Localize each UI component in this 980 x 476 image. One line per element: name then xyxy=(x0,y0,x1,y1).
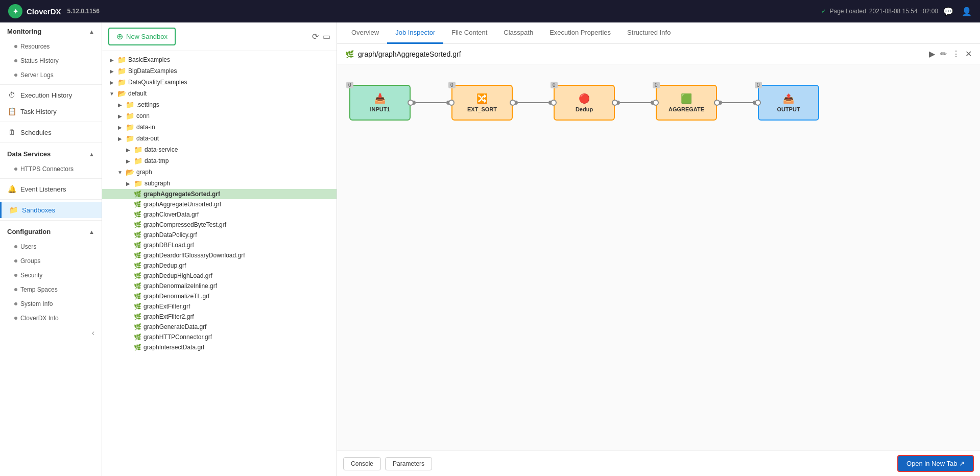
tree-item[interactable]: ▶📁DataQualityExamples xyxy=(102,77,337,88)
open-in-tab-label: Open in New Tab ↗ xyxy=(906,460,965,467)
file-panel: ⊕ New Sandbox ⟳ ▭ ▶📁BasicExamples▶📁BigDa… xyxy=(102,22,337,476)
node-type-icon: 🔴 xyxy=(579,93,590,104)
sidebar-item-task-history[interactable]: 📋 Task History xyxy=(0,103,102,120)
execution-history-label: Execution History xyxy=(20,91,72,99)
sidebar-item-sandboxes[interactable]: 📁 Sandboxes xyxy=(0,202,102,218)
tree-item[interactable]: ▶📁BigDataExamples xyxy=(102,65,337,77)
node-count: 0 xyxy=(448,82,456,88)
sidebar-item-https-connectors[interactable]: HTTPS Connectors xyxy=(0,162,102,176)
tree-item[interactable]: 🌿graphDenormalizeInline.grf xyxy=(102,281,337,291)
monitoring-header[interactable]: Monitoring ▲ xyxy=(0,22,102,39)
node-icon-row: 🔴 xyxy=(579,93,590,104)
tree-item[interactable]: 🌿graphDedupHighLoad.grf xyxy=(102,271,337,281)
graph-node[interactable]: 0🔴Dedup xyxy=(554,85,615,121)
groups-label: Groups xyxy=(20,257,40,265)
tree-item[interactable]: ▼📂graph xyxy=(102,166,337,178)
divider-3 xyxy=(0,142,102,143)
sandboxes-icon: 📁 xyxy=(9,206,18,214)
tree-item[interactable]: ▶📁data-in xyxy=(102,122,337,133)
tree-item[interactable]: 🌿graphAggregateSorted.grf xyxy=(102,189,337,199)
sidebar-item-server-logs[interactable]: Server Logs xyxy=(0,68,102,82)
sidebar-item-execution-history[interactable]: ⏱ Execution History xyxy=(0,87,102,103)
tree-arrow-icon: ▶ xyxy=(108,68,115,74)
tree-item[interactable]: 🌿graphDenormalizeTL.grf xyxy=(102,291,337,301)
topbar-icons: 💬 👤 xyxy=(943,7,972,16)
inspector-title-bar: 🌿 graph/graphAggregateSorted.grf ▶ ✏ ⋮ ✕ xyxy=(337,44,980,64)
inspector-tab[interactable]: Job Inspector xyxy=(387,22,443,44)
tree-file-icon: 🌿 xyxy=(134,231,141,239)
tree-item[interactable]: ▶📁subgraph xyxy=(102,178,337,189)
node-count: 0 xyxy=(755,82,762,88)
sidebar-item-temp-spaces[interactable]: Temp Spaces xyxy=(0,282,102,297)
sidebar-item-resources[interactable]: Resources xyxy=(0,39,102,54)
status-bar: ✓ Page Loaded 2021-08-08 15:54 +02:00 xyxy=(821,8,938,15)
tree-item[interactable]: 🌿graphExtFilter2.grf xyxy=(102,312,337,322)
tree-item[interactable]: 🌿graphExtFilter.grf xyxy=(102,301,337,312)
sidebar-item-security[interactable]: Security xyxy=(0,268,102,282)
node-port-right xyxy=(612,100,618,106)
sidebar-item-users[interactable]: Users xyxy=(0,240,102,254)
tree-item[interactable]: 🌿graphCloverData.grf xyxy=(102,209,337,220)
refresh-icon[interactable]: ⟳ xyxy=(312,32,319,41)
more-icon[interactable]: ⋮ xyxy=(952,49,960,59)
tree-item[interactable]: 🌿graphHTTPConnector.grf xyxy=(102,332,337,342)
sidebar-collapse-btn[interactable]: ‹ xyxy=(0,325,102,341)
tree-item-label: graphDataPolicy.grf xyxy=(144,231,332,239)
inspector-tab[interactable]: Classpath xyxy=(495,22,541,44)
tree-item[interactable]: ▶📁.settings xyxy=(102,99,337,110)
tree-item[interactable]: ▶📁conn xyxy=(102,110,337,122)
tree-item[interactable]: 🌿graphDeardorffGlossaryDownload.grf xyxy=(102,250,337,260)
open-in-tab-button[interactable]: Open in New Tab ↗ xyxy=(897,455,974,472)
graph-node[interactable]: 0🟩AGGREGATE xyxy=(656,85,717,121)
node-type-icon: 🟩 xyxy=(681,93,692,104)
graph-node[interactable]: 0🔀EXT_SORT xyxy=(451,85,513,121)
new-sandbox-button[interactable]: ⊕ New Sandbox xyxy=(108,28,176,45)
minimize-icon[interactable]: ▭ xyxy=(323,32,330,41)
tree-item[interactable]: ▶📁data-tmp xyxy=(102,155,337,166)
tree-file-icon: 🌿 xyxy=(134,323,141,330)
edit-icon[interactable]: ✏ xyxy=(940,49,947,59)
data-services-header[interactable]: Data Services ▲ xyxy=(0,145,102,162)
user-icon[interactable]: 👤 xyxy=(962,7,972,16)
chat-icon[interactable]: 💬 xyxy=(943,7,953,16)
inspector-tab[interactable]: Execution Properties xyxy=(541,22,619,44)
tree-file-icon: 🌿 xyxy=(134,262,141,269)
tree-item[interactable]: 🌿graphAggregateUnsorted.grf xyxy=(102,199,337,209)
new-sandbox-label: New Sandbox xyxy=(126,33,168,40)
sidebar-item-groups[interactable]: Groups xyxy=(0,254,102,268)
tree-item[interactable]: ▶📁data-service xyxy=(102,144,337,155)
tree-item[interactable]: 🌿graphDedup.grf xyxy=(102,260,337,271)
close-icon[interactable]: ✕ xyxy=(965,49,972,59)
tree-item[interactable]: ▼📂default xyxy=(102,88,337,99)
sidebar-item-schedules[interactable]: 🗓 Schedules xyxy=(0,124,102,140)
parameters-tab-button[interactable]: Parameters xyxy=(385,457,432,470)
inspector-tab[interactable]: Structured Info xyxy=(619,22,679,44)
tree-file-icon: 📁 xyxy=(117,67,126,75)
tree-item[interactable]: 🌿graphIntersectData.grf xyxy=(102,342,337,352)
tree-item-label: graph xyxy=(136,169,332,176)
sidebar-item-event-listeners[interactable]: 🔔 Event Listeners xyxy=(0,181,102,197)
tree-item[interactable]: 🌿graphDataPolicy.grf xyxy=(102,230,337,240)
event-listeners-icon: 🔔 xyxy=(7,185,16,193)
tree-item[interactable]: 🌿graphDBFLoad.grf xyxy=(102,240,337,250)
cloverdx-info-dot-icon xyxy=(14,317,17,320)
sidebar-item-status-history[interactable]: Status History xyxy=(0,54,102,68)
graph-node[interactable]: 0📥INPUT1 xyxy=(349,85,411,121)
graph-node[interactable]: 0📤OUTPUT xyxy=(758,85,819,121)
file-panel-header: ⊕ New Sandbox ⟳ ▭ xyxy=(102,22,337,51)
inspector-tab[interactable]: File Content xyxy=(443,22,495,44)
divider-2 xyxy=(0,122,102,122)
run-icon[interactable]: ▶ xyxy=(929,49,935,59)
tree-file-icon: 📁 xyxy=(134,179,142,187)
sidebar-item-cloverdx-info[interactable]: CloverDX Info xyxy=(0,311,102,325)
app-name: CloverDX xyxy=(27,7,61,16)
schedules-label: Schedules xyxy=(20,129,52,136)
console-tab-button[interactable]: Console xyxy=(343,457,381,470)
inspector-tab[interactable]: Overview xyxy=(343,22,387,44)
configuration-header[interactable]: Configuration ▲ xyxy=(0,223,102,240)
sidebar-item-system-info[interactable]: System Info xyxy=(0,297,102,311)
tree-item[interactable]: ▶📁data-out xyxy=(102,133,337,144)
tree-item[interactable]: 🌿graphCompressedByteTest.grf xyxy=(102,220,337,230)
tree-item[interactable]: 🌿graphGenerateData.grf xyxy=(102,322,337,332)
tree-item[interactable]: ▶📁BasicExamples xyxy=(102,54,337,65)
